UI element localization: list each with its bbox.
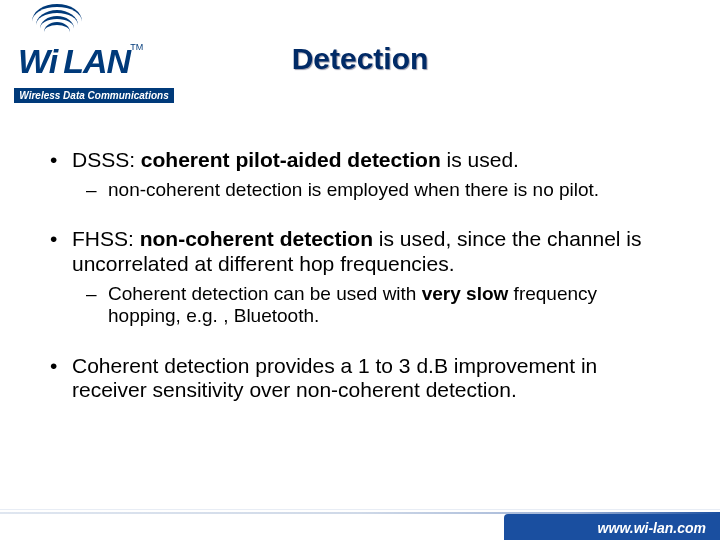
bullet-fhss-sub-pre: Coherent detection can be used with <box>108 283 422 304</box>
signal-arc-icon <box>30 4 84 34</box>
bullet-dsss: DSSS: coherent pilot-aided detection is … <box>50 148 670 201</box>
bullet-fhss: FHSS: non-coherent detection is used, si… <box>50 227 670 327</box>
footer-url: www.wi-lan.com <box>598 520 706 536</box>
logo-subtitle: Wireless Data Communications <box>14 88 174 103</box>
bullet-coherent: Coherent detection provides a 1 to 3 d.B… <box>50 354 670 404</box>
slide-content: DSSS: coherent pilot-aided detection is … <box>50 148 670 429</box>
bullet-dsss-bold: coherent pilot-aided detection <box>141 148 441 171</box>
bullet-dsss-pre: DSSS: <box>72 148 141 171</box>
footer-divider-light <box>0 509 720 510</box>
bullet-fhss-bold: non-coherent detection <box>140 227 373 250</box>
bullet-fhss-sub: Coherent detection can be used with very… <box>86 283 670 328</box>
bullet-fhss-pre: FHSS: <box>72 227 140 250</box>
bullet-dsss-sub: non-coherent detection is employed when … <box>86 179 670 201</box>
slide-title: Detection <box>0 42 720 76</box>
bullet-fhss-sub-bold: very slow <box>422 283 509 304</box>
bullet-dsss-post: is used. <box>441 148 519 171</box>
